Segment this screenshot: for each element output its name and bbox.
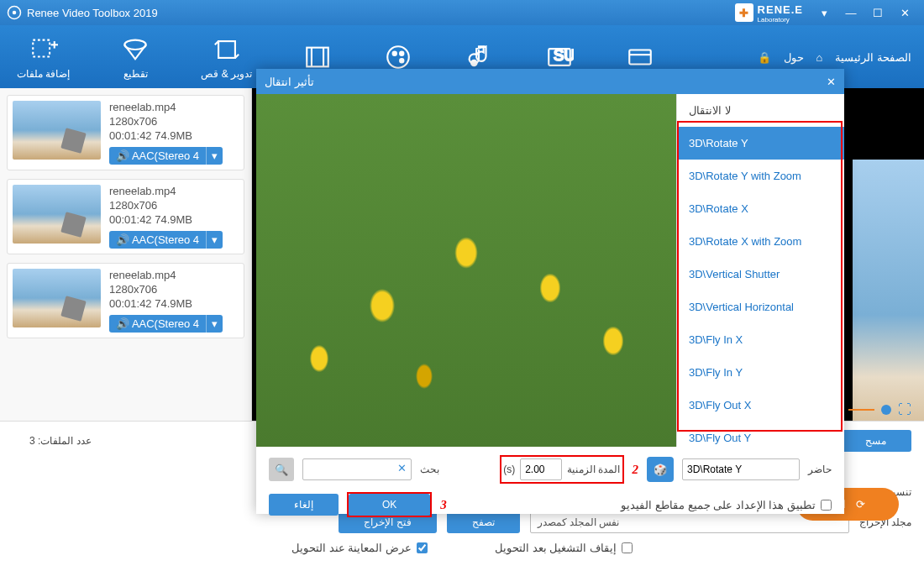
- audio-chip[interactable]: 🔊 AAC(Stereo 4▾: [109, 315, 223, 333]
- svg-point-11: [393, 51, 396, 55]
- current-transition-input[interactable]: [682, 458, 800, 480]
- film-icon: [302, 42, 333, 72]
- tool-add-files-label: إضافة ملفات: [17, 68, 70, 80]
- apply-all-row[interactable]: تطبيق هذا الإعداد على جميع مقاطع الفيديو: [621, 499, 832, 511]
- audio-dropdown-icon[interactable]: ▾: [206, 147, 223, 165]
- file-thumbnail: [13, 185, 101, 244]
- brand: ✚ RENE.ELaboratory: [735, 3, 803, 24]
- search-button[interactable]: 🔍: [269, 458, 294, 481]
- transition-option[interactable]: لا الانتقال: [677, 94, 844, 127]
- preview-checkbox-row[interactable]: عرض المعاينة عند التحويل: [291, 542, 428, 554]
- minimize-button[interactable]: —: [838, 3, 864, 22]
- svg-point-13: [400, 59, 403, 62]
- timeline-control[interactable]: ⛶: [848, 401, 911, 418]
- tool-card[interactable]: [625, 42, 655, 72]
- transition-option[interactable]: 3D\Rotate X with Zoom: [677, 225, 844, 258]
- maximize-button[interactable]: ☐: [865, 3, 890, 22]
- music-icon: [464, 42, 494, 72]
- file-name: reneelab.mp4: [109, 185, 239, 197]
- audio-chip[interactable]: 🔊 AAC(Stereo 4▾: [109, 231, 223, 249]
- audio-label: 🔊 AAC(Stereo 4: [109, 147, 206, 165]
- file-name: reneelab.mp4: [109, 269, 239, 281]
- lock-icon[interactable]: 🔒: [758, 50, 771, 63]
- transition-option[interactable]: 3D\Vertical Shutter: [677, 258, 844, 291]
- annotation-badge-2: 2: [633, 463, 639, 477]
- current-label: حاضر: [808, 464, 832, 475]
- dice-icon: 🎲: [654, 464, 667, 476]
- tool-music[interactable]: [464, 42, 494, 72]
- svg-rect-2: [33, 39, 50, 56]
- transition-option[interactable]: 3D\Vertical Horizontal: [677, 291, 844, 323]
- dialog-close-icon[interactable]: ✕: [827, 76, 836, 88]
- ok-button[interactable]: OK: [349, 494, 430, 516]
- nav-home[interactable]: الصفحة الرئيسية: [835, 50, 911, 63]
- dialog-titlebar: تأثير انتقال ✕: [256, 69, 844, 94]
- shutdown-checkbox-row[interactable]: إيقاف التشغيل بعد التحويل: [495, 542, 633, 554]
- dialog-title-text: تأثير انتقال: [265, 76, 314, 88]
- film-plus-icon: [29, 34, 59, 65]
- toolbar-rightnav: 🔒 حول ⌂ الصفحة الرئيسية: [758, 50, 911, 63]
- transition-option[interactable]: 3D\Fly Out X: [677, 389, 844, 422]
- transition-option[interactable]: 3D\Fly In X: [677, 323, 844, 356]
- file-thumbnail: [13, 269, 101, 327]
- menu-dropdown-icon[interactable]: ▾: [811, 3, 837, 22]
- transition-option[interactable]: 3D\Rotate Y with Zoom: [677, 160, 844, 192]
- brand-logo-icon: ✚: [735, 3, 753, 22]
- file-resolution: 1280x706: [109, 199, 239, 212]
- tool-add-files[interactable]: إضافة ملفات: [17, 34, 70, 80]
- dialog-preview: [256, 94, 676, 447]
- file-resolution: 1280x706: [109, 115, 239, 128]
- file-duration-size: 00:01:42 74.9MB: [109, 297, 239, 310]
- tool-rotate-crop[interactable]: تدوير & قص: [201, 34, 252, 80]
- audio-dropdown-icon[interactable]: ▾: [206, 231, 223, 249]
- transition-option[interactable]: 3D\Rotate X: [677, 192, 844, 225]
- brand-text: RENE.ELaboratory: [758, 3, 803, 24]
- shutdown-checkbox[interactable]: [622, 542, 633, 553]
- apply-all-checkbox[interactable]: [821, 500, 832, 511]
- transition-option[interactable]: 3D\Fly Out Y: [677, 422, 844, 447]
- refresh-icon: ⟳: [856, 498, 865, 511]
- transition-list[interactable]: 1 لا الانتقال3D\Rotate Y3D\Rotate Y with…: [676, 94, 844, 447]
- audio-dropdown-icon[interactable]: ▾: [206, 315, 223, 333]
- tool-trim[interactable]: تقطيع: [120, 34, 150, 80]
- transition-option[interactable]: 3D\Rotate Y: [677, 127, 844, 160]
- window-buttons: ▾ — ☐ ✕: [811, 3, 917, 22]
- home-icon[interactable]: ⌂: [816, 50, 823, 63]
- file-item[interactable]: reneelab.mp41280x70600:01:42 74.9MB🔊 AAC…: [7, 263, 244, 338]
- tool-palette[interactable]: [383, 42, 413, 72]
- audio-label: 🔊 AAC(Stereo 4: [109, 231, 206, 249]
- cancel-button[interactable]: إلغاء: [269, 494, 339, 516]
- file-duration-size: 00:01:42 74.9MB: [109, 129, 239, 142]
- palette-icon: [383, 42, 413, 72]
- random-button[interactable]: 🎲: [647, 457, 674, 482]
- file-item[interactable]: reneelab.mp41280x70600:01:42 74.9MB🔊 AAC…: [7, 95, 244, 170]
- annotation-box-2: المدة الزمنية (s): [500, 455, 623, 484]
- dialog-footer: حاضر 🎲 2 المدة الزمنية (s) بحث ✕ 🔍: [256, 447, 844, 526]
- file-item[interactable]: reneelab.mp41280x70600:01:42 74.9MB🔊 AAC…: [7, 179, 244, 254]
- app-icon: [7, 5, 22, 20]
- annotation-box-3: OK: [347, 492, 432, 517]
- brand-sub: Laboratory: [758, 16, 803, 24]
- clear-button[interactable]: مسح: [840, 430, 911, 452]
- close-button[interactable]: ✕: [892, 3, 917, 22]
- tool-rotate-label: تدوير & قص: [201, 68, 252, 80]
- annotation-badge-3: 3: [440, 498, 447, 512]
- titlebar: Renee Video Toolbox 2019 ✚ RENE.ELaborat…: [0, 0, 924, 25]
- file-resolution: 1280x706: [109, 283, 239, 296]
- fullscreen-icon[interactable]: ⛶: [898, 402, 911, 417]
- apply-all-label: تطبيق هذا الإعداد على جميع مقاطع الفيديو: [621, 499, 816, 511]
- transition-option[interactable]: 3D\Fly In Y: [677, 356, 844, 389]
- nav-about[interactable]: حول: [784, 50, 804, 63]
- duration-input[interactable]: [520, 458, 562, 480]
- file-count-label: عدد الملفات: 3: [29, 435, 92, 447]
- tool-subtitle[interactable]: SUB: [544, 42, 575, 72]
- app-window: Renee Video Toolbox 2019 ✚ RENE.ELaborat…: [0, 0, 924, 571]
- svg-point-14: [470, 59, 478, 66]
- preview-checkbox[interactable]: [417, 542, 428, 553]
- svg-rect-7: [307, 47, 328, 66]
- tool-effects[interactable]: [302, 42, 333, 72]
- clear-search-icon[interactable]: ✕: [397, 462, 407, 474]
- audio-chip[interactable]: 🔊 AAC(Stereo 4▾: [109, 147, 223, 165]
- transition-dialog: تأثير انتقال ✕ 1 لا الانتقال3D\Rotate Y3…: [256, 69, 844, 514]
- search-input[interactable]: [302, 458, 412, 480]
